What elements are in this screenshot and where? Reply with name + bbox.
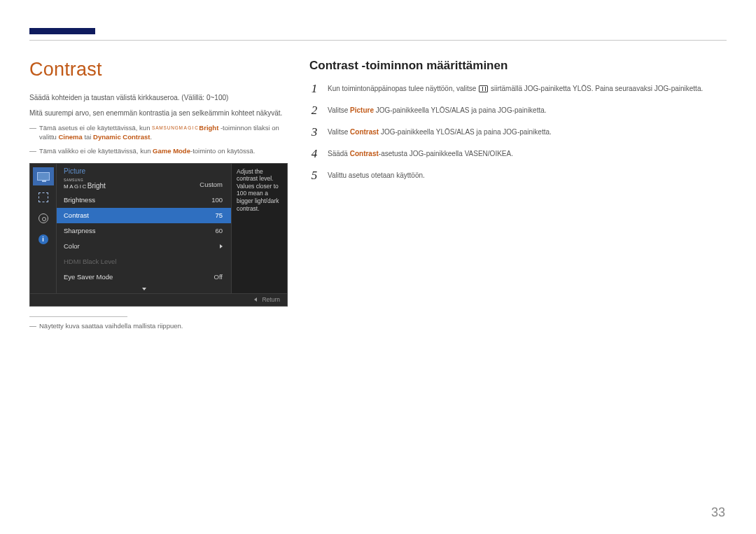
step-text: Kun toimintonäppäinopas tulee näyttöön, … xyxy=(328,83,727,94)
step-number: 3 xyxy=(309,126,319,138)
osd-title: Picture xyxy=(57,164,231,177)
para-range: Säädä kohteiden ja taustan välistä kirkk… xyxy=(29,93,288,104)
heading-configure: Contrast -toiminnon määrittäminen xyxy=(309,59,727,73)
step-text-post: JOG-painikkeella YLÖS/ALAS ja paina JOG-… xyxy=(379,128,552,136)
note2-text: Tämä valikko ei ole käytettävissä, kun G… xyxy=(39,146,255,156)
frame-icon xyxy=(38,192,48,202)
osd-row-value: Custom xyxy=(200,181,223,188)
osd-row-eye-saver-mode[interactable]: Eye Saver ModeOff xyxy=(57,269,231,285)
step-text: Valitse Picture JOG-painikkeella YLÖS/AL… xyxy=(328,104,727,116)
step-5: 5Valittu asetus otetaan käyttöön. xyxy=(309,169,727,181)
osd-return-label[interactable]: Return xyxy=(262,296,280,303)
heading-contrast: Contrast xyxy=(29,59,288,80)
step-number: 2 xyxy=(309,104,319,116)
osd-tab-picture[interactable] xyxy=(33,167,54,185)
note2-end: -toiminto on käytössä. xyxy=(190,147,255,155)
dash-icon: ― xyxy=(29,146,36,156)
step-text: Säädä Contrast-asetusta JOG-painikkeella… xyxy=(328,148,727,160)
gear-icon xyxy=(38,213,48,223)
divider-top xyxy=(29,40,727,41)
para-desc: Mitä suurempi arvo, sen enemmän kontrast… xyxy=(29,108,288,119)
note1-dyn: Dynamic Contrast xyxy=(93,133,150,141)
osd-tab-info[interactable]: i xyxy=(33,230,54,248)
note1-bright: Bright xyxy=(199,124,218,132)
note1-magic: MAGIC xyxy=(179,125,200,130)
arrow-left-icon xyxy=(254,297,257,302)
step-text: Valitse Contrast JOG-painikkeella YLÖS/A… xyxy=(328,126,727,138)
osd-row-label: Contrast xyxy=(64,211,89,219)
note2-pre: Tämä valikko ei ole käytettävissä, kun xyxy=(39,147,153,155)
step-number: 4 xyxy=(309,148,319,160)
monitor-icon xyxy=(37,172,50,181)
osd-tab-settings[interactable] xyxy=(33,209,54,227)
footnote-rule xyxy=(29,316,127,317)
osd-row-value: Off xyxy=(214,273,223,281)
osd-main: Picture SAMSUNGMAGICBrightCustomBrightne… xyxy=(57,164,231,293)
step-text-post: siirtämällä JOG-painiketta YLÖS. Paina s… xyxy=(489,85,703,92)
step-emphasis: Picture xyxy=(350,106,374,114)
note1-end: . xyxy=(150,133,152,141)
osd-footer: Return xyxy=(30,293,287,306)
step-text-pre: Valitse xyxy=(328,128,350,136)
page-number: 33 xyxy=(711,505,725,520)
osd-row-label: Brightness xyxy=(64,196,95,204)
osd-row-value: 60 xyxy=(215,227,223,234)
osd-sidebar: i xyxy=(30,164,57,293)
step-3: 3Valitse Contrast JOG-painikkeella YLÖS/… xyxy=(309,126,727,138)
osd-row-value xyxy=(220,242,223,250)
info-icon: i xyxy=(38,234,48,244)
step-text-pre: Säädä xyxy=(328,150,350,157)
step-text-pre: Kun toimintonäppäinopas tulee näyttöön, … xyxy=(328,85,478,92)
step-number: 1 xyxy=(309,83,319,94)
left-column: Contrast Säädä kohteiden ja taustan väli… xyxy=(29,59,288,335)
osd-row-value: 75 xyxy=(215,211,223,219)
osd-row-hdmi-black-level[interactable]: HDMI Black Level xyxy=(57,254,231,269)
note1-text: Tämä asetus ei ole käytettävissä, kun SA… xyxy=(39,123,288,142)
note1-or: tai xyxy=(83,133,93,141)
osd-row-label: SAMSUNGMAGICBright xyxy=(64,179,106,190)
right-column: Contrast -toiminnon määrittäminen 1Kun t… xyxy=(309,59,727,335)
step-1: 1Kun toimintonäppäinopas tulee näyttöön,… xyxy=(309,83,727,94)
osd-scroll-down[interactable] xyxy=(57,285,231,293)
osd-row-label: Eye Saver Mode xyxy=(64,273,113,281)
note-game-mode: ― Tämä valikko ei ole käytettävissä, kun… xyxy=(29,146,288,156)
osd-row-brightness[interactable]: Brightness100 xyxy=(57,192,231,208)
step-number: 5 xyxy=(309,169,319,181)
footnote-row: ― Näytetty kuva saattaa vaihdella mallis… xyxy=(29,321,288,331)
note1-magic-tiny: SAMSUNG xyxy=(152,125,178,130)
footnote-text: Näytetty kuva saattaa vaihdella mallista… xyxy=(39,321,183,331)
step-2: 2Valitse Picture JOG-painikkeella YLÖS/A… xyxy=(309,104,727,116)
osd-row-value: 100 xyxy=(211,196,223,204)
step-emphasis: Contrast xyxy=(350,150,379,157)
osd-row-label: Color xyxy=(64,242,80,250)
step-4: 4Säädä Contrast-asetusta JOG-painikkeell… xyxy=(309,148,727,160)
note2-game: Game Mode xyxy=(153,147,190,155)
chevron-right-icon xyxy=(220,244,223,248)
osd-hint: Adjust the contrast level. Values closer… xyxy=(231,164,287,293)
osd-row-sharpness[interactable]: Sharpness60 xyxy=(57,223,231,239)
steps-list: 1Kun toimintonäppäinopas tulee näyttöön,… xyxy=(309,83,727,181)
step-text-post: JOG-painikkeella YLÖS/ALAS ja paina JOG-… xyxy=(374,106,547,114)
step-emphasis: Contrast xyxy=(350,128,379,136)
menu-icon xyxy=(479,85,488,92)
step-text-pre: Valitse xyxy=(328,106,350,114)
step-text-post: -asetusta JOG-painikkeella VASEN/OIKEA. xyxy=(379,150,513,157)
osd-row-contrast[interactable]: Contrast75 xyxy=(57,208,231,223)
osd-menu: i Picture SAMSUNGMAGICBrightCustomBright… xyxy=(29,163,288,307)
osd-row-bright[interactable]: SAMSUNGMAGICBrightCustom xyxy=(57,177,231,192)
dash-icon: ― xyxy=(29,123,36,142)
dash-icon: ― xyxy=(29,321,36,331)
osd-row-label: HDMI Black Level xyxy=(64,258,117,265)
accent-bar xyxy=(29,28,95,34)
note-magic-bright: ― Tämä asetus ei ole käytettävissä, kun … xyxy=(29,123,288,142)
note1-pre: Tämä asetus ei ole käytettävissä, kun xyxy=(39,124,152,132)
step-text-pre: Valittu asetus otetaan käyttöön. xyxy=(328,171,425,179)
note1-cinema: Cinema xyxy=(58,133,82,141)
osd-tab-frame[interactable] xyxy=(33,188,54,206)
step-text: Valittu asetus otetaan käyttöön. xyxy=(328,169,727,181)
chevron-down-icon xyxy=(142,288,146,290)
osd-row-color[interactable]: Color xyxy=(57,239,231,254)
osd-row-label: Sharpness xyxy=(64,227,95,234)
